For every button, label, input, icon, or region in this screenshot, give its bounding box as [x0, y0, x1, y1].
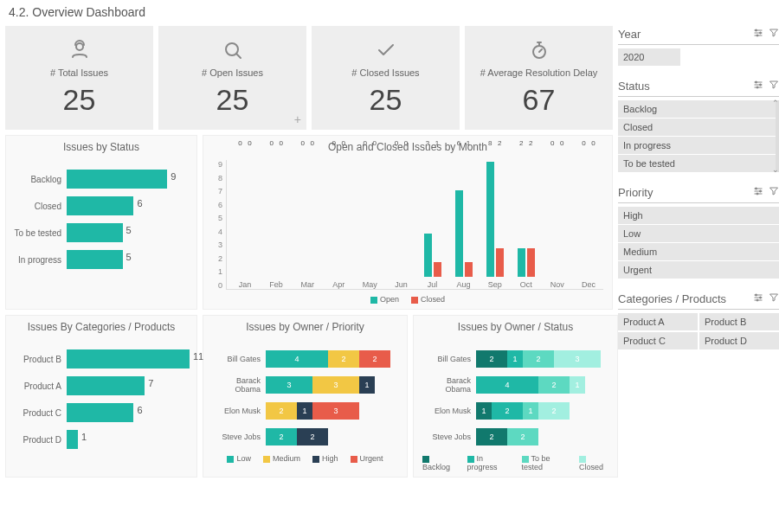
headset-icon [69, 40, 90, 62]
bar-open [518, 248, 525, 277]
slicer-settings-icon[interactable] [753, 186, 763, 199]
slicer-item[interactable]: Urgent [618, 261, 779, 279]
slicer-item[interactable]: To be tested [618, 155, 779, 172]
stack-segment[interactable]: 2 [523, 350, 554, 368]
category-label: In progress [13, 255, 61, 265]
stack-segment[interactable]: 1 [476, 402, 492, 420]
slicer-settings-icon[interactable] [753, 80, 763, 93]
clear-filter-icon[interactable] [769, 80, 779, 93]
bar-track: 1 [67, 430, 190, 449]
hbar-row[interactable]: Closed 6 [13, 196, 190, 215]
bar-track: 11 [67, 349, 190, 369]
kpi-value: 25 [63, 83, 96, 117]
stopwatch-icon [529, 40, 550, 62]
kpi-value: 67 [523, 83, 556, 117]
stack-segment[interactable]: 2 [476, 428, 507, 445]
bar-value: 1 [81, 432, 87, 442]
slicer-item[interactable]: High [618, 207, 779, 224]
slicer-item[interactable]: Product A [618, 313, 698, 330]
month-col[interactable]: 00 Dec [574, 139, 603, 289]
slicer-item[interactable]: Backlog [618, 100, 779, 118]
hbar-row[interactable]: To be tested 5 [13, 223, 190, 242]
svg-point-13 [760, 297, 762, 298]
stack-segment[interactable]: 1 [359, 376, 375, 394]
slicer-item[interactable]: 2020 [618, 48, 680, 66]
bar-closed [527, 248, 535, 277]
stack-segment[interactable]: 2 [359, 350, 390, 368]
kpi-label: # Average Resolution Delay [480, 67, 598, 78]
month-label: Oct [520, 280, 532, 289]
stack-segment[interactable]: 4 [476, 376, 538, 394]
slicer-item[interactable]: Product C [618, 332, 698, 349]
month-col[interactable]: 00 Jan [230, 139, 260, 289]
hbar-row[interactable]: In progress 5 [13, 250, 190, 269]
stack-segment[interactable]: 2 [538, 402, 570, 420]
stack-segment[interactable]: 2 [507, 428, 538, 445]
bar-value: 11 [193, 351, 203, 362]
slicer-title: Priority [618, 186, 653, 199]
slicer-item[interactable]: Product D [699, 332, 779, 349]
stack-segment[interactable]: 3 [312, 376, 359, 394]
kpi-closed[interactable]: # Closed Issues 25 [312, 26, 460, 130]
stack-segment[interactable]: 2 [297, 428, 328, 445]
stack-bar: 2123 [476, 350, 608, 368]
clear-filter-icon[interactable] [769, 292, 779, 305]
stack-segment[interactable]: 2 [476, 350, 507, 368]
panel-issues-by-category[interactable]: Issues By Categories / Products Product … [5, 315, 197, 478]
kpi-total[interactable]: # Total Issues 25 [5, 26, 153, 130]
month-col[interactable]: 00 Apr [324, 139, 353, 289]
slicer-item[interactable]: Closed [618, 119, 779, 136]
hbar-row[interactable]: Backlog 9 [13, 170, 190, 189]
stack-segment[interactable]: 1 [570, 376, 585, 394]
chevron-up-icon[interactable]: ⌃ [772, 99, 779, 107]
month-col[interactable]: 00 Mar [293, 139, 322, 289]
stack-segment[interactable]: 3 [312, 402, 359, 420]
plus-icon[interactable]: + [294, 112, 301, 126]
stack-segment[interactable]: 2 [492, 402, 523, 420]
stack-segment[interactable]: 1 [297, 402, 312, 420]
hbar-row[interactable]: Product D 1 [13, 430, 190, 449]
chevron-down-icon[interactable]: ⌄ [772, 165, 779, 174]
panel-owner-status[interactable]: Issues by Owner / Status Bill Gates 2123… [413, 315, 618, 478]
month-col[interactable]: 82 Sep [480, 139, 510, 289]
legend: LowMediumHighUrgent [212, 454, 398, 463]
stack-row: Elon Musk 213 [212, 402, 398, 420]
slicer-item[interactable]: Medium [618, 243, 779, 260]
stack-segment[interactable]: 2 [538, 376, 570, 394]
stack-segment[interactable]: 3 [554, 350, 601, 368]
slicer-item[interactable]: Product B [699, 313, 779, 330]
hbar-row[interactable]: Product C 6 [13, 403, 190, 422]
month-col[interactable]: 00 Nov [543, 139, 572, 289]
kpi-delay[interactable]: # Average Resolution Delay 67 [465, 26, 613, 130]
slicer-settings-icon[interactable] [753, 292, 763, 305]
month-col[interactable]: 00 Feb [261, 139, 291, 289]
stack-segment[interactable]: 4 [266, 350, 328, 368]
slicer-item[interactable]: Low [618, 225, 779, 242]
kpi-label: # Open Issues [202, 67, 263, 78]
slicer-settings-icon[interactable] [753, 28, 763, 41]
clear-filter-icon[interactable] [769, 28, 779, 41]
stack-segment[interactable]: 3 [266, 376, 312, 394]
month-col[interactable]: 61 Aug [449, 139, 479, 289]
hbar-row[interactable]: Product A 7 [13, 376, 190, 395]
y-axis: 9876543210 [212, 160, 222, 290]
stack-segment[interactable]: 1 [507, 350, 523, 368]
panel-issues-by-status[interactable]: Issues by Status Backlog 9 Closed 6 To b… [5, 135, 197, 310]
month-col[interactable]: 00 May [355, 139, 384, 289]
hbar-row[interactable]: Product B 11 [13, 349, 190, 369]
panel-owner-priority[interactable]: Issues by Owner / Priority Bill Gates 42… [203, 315, 408, 478]
month-col[interactable]: 31 Jul [417, 139, 447, 289]
month-col[interactable]: 22 Oct [512, 139, 541, 289]
stack-bar: 331 [266, 376, 398, 394]
clear-filter-icon[interactable] [769, 186, 779, 199]
month-col[interactable]: 00 Jun [386, 139, 415, 289]
stack-segment[interactable]: 1 [523, 402, 538, 420]
stack-segment[interactable]: 2 [328, 350, 359, 368]
stack-segment[interactable]: 2 [266, 428, 297, 445]
scrollbar-track[interactable] [776, 100, 779, 172]
slicer-category: Categories / Products Product AProduct B… [618, 291, 779, 349]
stack-segment[interactable]: 2 [266, 402, 297, 420]
panel-issues-by-month[interactable]: Open and Closed Issues by Month 98765432… [203, 135, 613, 310]
slicer-item[interactable]: In progress [618, 137, 779, 154]
kpi-open[interactable]: # Open Issues 25+ [158, 26, 306, 130]
